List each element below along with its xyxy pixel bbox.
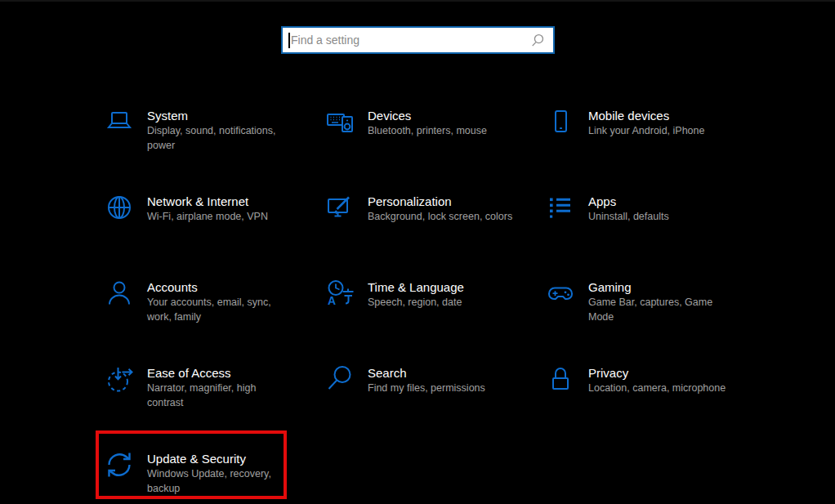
tile-subtitle: Wi-Fi, airplane mode, VPN <box>147 210 268 225</box>
tile-title: System <box>147 108 276 124</box>
tile-title: Network & Internet <box>147 194 268 210</box>
tile-system[interactable]: System Display, sound, notifications, po… <box>96 96 316 182</box>
tile-title: Devices <box>368 108 487 124</box>
tile-apps[interactable]: Apps Uninstall, defaults <box>537 182 757 268</box>
tile-title: Personalization <box>368 194 512 210</box>
tile-subtitle: Display, sound, notifications, power <box>147 124 276 153</box>
text-caret <box>288 33 290 48</box>
tile-title: Mobile devices <box>588 108 704 124</box>
tile-subtitle: Game Bar, captures, Game Mode <box>588 296 712 324</box>
tile-mobile-devices[interactable]: Mobile devices Link your Android, iPhone <box>537 96 757 182</box>
tile-gaming[interactable]: Gaming Game Bar, captures, Game Mode <box>537 268 757 354</box>
magnifier-icon <box>325 364 355 394</box>
search-icon <box>531 33 545 47</box>
tile-subtitle: Your accounts, email, sync, work, family <box>147 296 271 324</box>
tile-title: Privacy <box>588 365 726 381</box>
sync-icon <box>105 450 134 479</box>
tile-title: Apps <box>588 194 669 210</box>
tile-accounts[interactable]: Accounts Your accounts, email, sync, wor… <box>96 268 316 354</box>
settings-window: System Display, sound, notifications, po… <box>0 0 835 504</box>
tile-subtitle: Speech, region, date <box>368 296 464 310</box>
tile-subtitle: Find my files, permissions <box>368 381 485 396</box>
lock-icon <box>546 364 575 394</box>
tile-subtitle: Narrator, magnifier, high contrast <box>147 381 256 410</box>
list-icon <box>546 193 575 222</box>
settings-category-grid: System Display, sound, notifications, po… <box>96 96 757 504</box>
tile-subtitle: Location, camera, microphone <box>588 381 726 396</box>
tile-title: Time & Language <box>368 279 464 296</box>
tile-title: Gaming <box>588 279 712 296</box>
tile-title: Search <box>368 365 485 381</box>
tile-subtitle: Windows Update, recovery, backup <box>147 467 271 496</box>
tile-network-internet[interactable]: Network & Internet Wi-Fi, airplane mode,… <box>96 182 316 268</box>
search-input[interactable] <box>283 28 553 52</box>
clock-language-icon: A <box>325 279 355 308</box>
laptop-icon <box>105 107 134 136</box>
globe-icon <box>105 193 134 222</box>
window-top-edge <box>0 0 835 2</box>
tile-time-language[interactable]: A Time & Language Speech, region, date <box>316 268 537 354</box>
search-box[interactable] <box>281 26 555 54</box>
tile-personalization[interactable]: Personalization Background, lock screen,… <box>316 182 537 268</box>
tile-devices[interactable]: Devices Bluetooth, printers, mouse <box>316 96 537 182</box>
monitor-brush-icon <box>325 193 355 222</box>
accessibility-arrows-icon <box>105 364 134 394</box>
tile-subtitle: Link your Android, iPhone <box>588 124 704 139</box>
tile-title: Ease of Access <box>147 365 256 381</box>
gamepad-icon <box>546 279 575 308</box>
person-icon <box>105 279 134 308</box>
tile-privacy[interactable]: Privacy Location, camera, microphone <box>537 354 757 439</box>
tile-search[interactable]: Search Find my files, permissions <box>316 354 537 439</box>
tile-title: Accounts <box>147 279 271 296</box>
phone-icon <box>546 107 575 136</box>
tile-title: Update & Security <box>147 451 271 467</box>
keyboard-speaker-icon <box>325 107 355 136</box>
tile-subtitle: Bluetooth, printers, mouse <box>368 124 487 139</box>
tile-subtitle: Uninstall, defaults <box>588 210 669 225</box>
tile-update-security[interactable]: Update & Security Windows Update, recove… <box>96 439 316 504</box>
tile-subtitle: Background, lock screen, colors <box>368 210 512 225</box>
svg-text:A: A <box>328 294 336 307</box>
tile-ease-of-access[interactable]: Ease of Access Narrator, magnifier, high… <box>96 354 316 439</box>
